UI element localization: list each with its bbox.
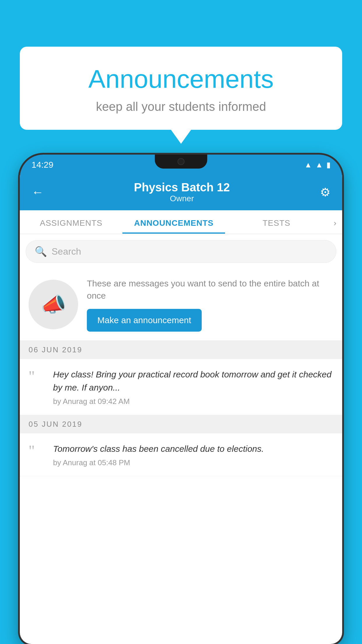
quote-icon-1: " (29, 369, 46, 406)
search-bar[interactable]: 🔍 Search (26, 240, 336, 263)
header-center: Physics Batch 12 Owner (134, 181, 230, 203)
announcement-text-2: Tomorrow's class has been cancelled due … (53, 442, 333, 455)
make-announcement-button[interactable]: Make an announcement (87, 309, 202, 332)
tab-tests[interactable]: TESTS (225, 210, 328, 234)
search-icon: 🔍 (35, 246, 47, 257)
announcement-text-1: Hey class! Bring your practical record b… (53, 368, 333, 394)
announcement-meta-2: by Anurag at 05:48 PM (53, 458, 333, 467)
tab-assignments[interactable]: ASSIGNMENTS (20, 210, 122, 234)
speech-bubble: Announcements keep all your students inf… (20, 47, 342, 130)
tab-announcements[interactable]: ANNOUNCEMENTS (122, 210, 225, 234)
status-time: 14:29 (31, 160, 53, 170)
promo-area: 📣 These are messages you want to send to… (20, 269, 342, 341)
tab-bar: ASSIGNMENTS ANNOUNCEMENTS TESTS › (20, 210, 342, 234)
front-camera (178, 158, 184, 165)
promo-icon-circle: 📣 (29, 280, 78, 329)
announcement-content-1: Hey class! Bring your practical record b… (53, 368, 333, 406)
status-icons: ▲ ▲ ▮ (305, 160, 331, 169)
phone-screen: ← Physics Batch 12 Owner ⚙ ASSIGNMENTS A… (20, 175, 342, 644)
megaphone-icon: 📣 (41, 293, 66, 316)
speech-bubble-title: Announcements (34, 64, 328, 94)
tab-more[interactable]: › (328, 210, 342, 234)
promo-right: These are messages you want to send to t… (87, 277, 333, 332)
promo-text: These are messages you want to send to t… (87, 277, 333, 302)
speech-bubble-subtitle: keep all your students informed (34, 100, 328, 114)
announcement-item-2[interactable]: " Tomorrow's class has been cancelled du… (20, 433, 342, 476)
phone-frame: 14:29 ▲ ▲ ▮ ← Physics Batch 12 Owner ⚙ A… (20, 155, 342, 644)
signal-icon: ▲ (315, 160, 323, 169)
wifi-icon: ▲ (305, 160, 312, 169)
app-header: ← Physics Batch 12 Owner ⚙ (20, 175, 342, 210)
date-separator-2: 05 JUN 2019 (20, 415, 342, 433)
header-title: Physics Batch 12 (134, 181, 230, 194)
back-button[interactable]: ← (31, 185, 44, 199)
quote-icon-2: " (29, 443, 46, 467)
battery-icon: ▮ (326, 160, 331, 169)
announcement-content-2: Tomorrow's class has been cancelled due … (53, 442, 333, 467)
announcement-meta-1: by Anurag at 09:42 AM (53, 397, 333, 406)
announcement-item-1[interactable]: " Hey class! Bring your practical record… (20, 359, 342, 415)
search-placeholder: Search (52, 246, 81, 257)
settings-icon[interactable]: ⚙ (320, 186, 331, 199)
phone-notch (155, 155, 207, 169)
date-separator-1: 06 JUN 2019 (20, 341, 342, 359)
header-subtitle: Owner (134, 194, 230, 203)
